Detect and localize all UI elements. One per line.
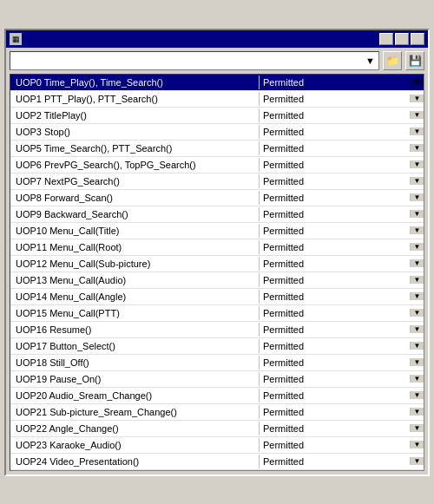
uop-value-uop24: Permitted▼ <box>259 455 424 468</box>
save-button[interactable]: 💾 <box>405 51 424 70</box>
select-arrow-uop15[interactable]: ▼ <box>410 309 424 317</box>
select-arrow-uop12[interactable]: ▼ <box>410 259 424 267</box>
table-row[interactable]: UOP13 Menu_Call(Audio)Permitted▼ <box>10 272 424 289</box>
folder-button[interactable]: 📁 <box>383 51 402 70</box>
table-row[interactable]: UOP5 Time_Search(), PTT_Search()Permitte… <box>10 141 424 157</box>
select-wrapper-uop16: Permitted▼ <box>260 323 424 337</box>
table-row[interactable]: UOP17 Button_Select()Permitted▼ <box>10 338 424 355</box>
maximize-button[interactable] <box>395 33 409 45</box>
uop-value-uop9: Permitted▼ <box>259 207 424 221</box>
table-row[interactable]: UOP12 Menu_Call(Sub-picture)Permitted▼ <box>10 256 424 272</box>
select-arrow-uop22[interactable]: ▼ <box>410 424 424 432</box>
table-row[interactable]: UOP3 Stop()Permitted▼ <box>10 124 424 141</box>
select-arrow-uop7[interactable]: ▼ <box>410 177 424 185</box>
select-arrow-uop1[interactable]: ▼ <box>410 95 424 102</box>
select-wrapper-uop24: Permitted▼ <box>260 455 424 468</box>
select-text-uop10: Permitted <box>260 224 410 238</box>
table-row[interactable]: UOP9 Backward_Search()Permitted▼ <box>10 206 424 223</box>
main-dropdown[interactable]: ▼ <box>10 51 379 70</box>
select-arrow-uop11[interactable]: ▼ <box>410 243 424 251</box>
uop-value-uop10: Permitted▼ <box>259 224 424 238</box>
select-arrow-uop13[interactable]: ▼ <box>410 276 424 284</box>
select-text-uop24: Permitted <box>260 455 410 468</box>
minimize-button[interactable] <box>379 33 393 45</box>
table-row[interactable]: UOP2 TitlePlay()Permitted▼ <box>10 108 424 124</box>
select-wrapper-uop1: Permitted▼ <box>260 92 424 106</box>
select-arrow-uop9[interactable]: ▼ <box>410 210 424 218</box>
select-text-uop11: Permitted <box>260 240 410 254</box>
table-row[interactable]: UOP19 Pause_On()Permitted▼ <box>10 371 424 388</box>
select-arrow-uop2[interactable]: ▼ <box>410 111 424 119</box>
select-arrow-uop8[interactable]: ▼ <box>410 193 424 201</box>
select-text-uop2: Permitted <box>260 108 410 122</box>
select-arrow-uop20[interactable]: ▼ <box>410 391 424 399</box>
select-arrow-uop3[interactable]: ▼ <box>410 128 424 135</box>
select-arrow-uop21[interactable]: ▼ <box>410 408 424 416</box>
select-arrow-uop5[interactable]: ▼ <box>410 144 424 152</box>
select-text-uop8: Permitted <box>260 191 410 205</box>
table-row[interactable]: UOP23 Karaoke_Audio()Permitted▼ <box>10 437 424 454</box>
uop-value-uop1: Permitted▼ <box>259 92 424 106</box>
content-area: ▼ 📁 💾 UOP0 Time_Play(), Time_Search()Per… <box>6 48 428 475</box>
table-row[interactable]: UOP6 PrevPG_Search(), TopPG_Search()Perm… <box>10 157 424 173</box>
close-button[interactable] <box>411 33 424 45</box>
table-row[interactable]: UOP20 Audio_Sream_Change()Permitted▼ <box>10 388 424 404</box>
select-wrapper-uop20: Permitted▼ <box>260 389 424 403</box>
table-row[interactable]: UOP14 Menu_Call(Angle)Permitted▼ <box>10 289 424 305</box>
select-text-uop16: Permitted <box>260 323 410 337</box>
uop-value-uop23: Permitted▼ <box>259 438 424 452</box>
uop-name-uop9: UOP9 Backward_Search() <box>10 207 259 221</box>
table-row[interactable]: UOP0 Time_Play(), Time_Search()Permitted… <box>10 75 424 91</box>
select-arrow-uop17[interactable]: ▼ <box>410 342 424 350</box>
select-wrapper-uop10: Permitted▼ <box>260 224 424 238</box>
table-row[interactable]: UOP8 Forward_Scan()Permitted▼ <box>10 190 424 206</box>
table-row[interactable]: UOP24 Video_Presentation()Permitted▼ <box>10 454 424 470</box>
select-text-uop7: Permitted <box>260 174 410 188</box>
select-text-uop13: Permitted <box>260 273 410 287</box>
title-bar-left: ▦ <box>10 33 25 45</box>
uop-value-uop22: Permitted▼ <box>259 422 424 435</box>
table-row[interactable]: UOP10 Menu_Call(Title)Permitted▼ <box>10 223 424 239</box>
table-row[interactable]: UOP18 Still_Off()Permitted▼ <box>10 355 424 371</box>
select-wrapper-uop12: Permitted▼ <box>260 257 424 271</box>
table-row[interactable]: UOP7 NextPG_Search()Permitted▼ <box>10 173 424 190</box>
select-arrow-uop16[interactable]: ▼ <box>410 325 424 333</box>
select-arrow-uop19[interactable]: ▼ <box>410 375 424 383</box>
table-row[interactable]: UOP11 Menu_Call(Root)Permitted▼ <box>10 239 424 256</box>
main-window: ▦ ▼ 📁 💾 UOP0 Time_Play(), Time_Search()P… <box>4 29 430 476</box>
select-arrow-uop10[interactable]: ▼ <box>410 226 424 234</box>
table-row[interactable]: UOP22 Angle_Change()Permitted▼ <box>10 421 424 437</box>
select-arrow-uop14[interactable]: ▼ <box>410 292 424 300</box>
uop-name-uop10: UOP10 Menu_Call(Title) <box>10 224 259 238</box>
select-text-uop3: Permitted <box>260 125 410 139</box>
select-arrow-uop23[interactable]: ▼ <box>410 441 424 448</box>
uop-value-uop6: Permitted▼ <box>259 158 424 172</box>
table-row[interactable]: UOP15 Menu_Call(PTT)Permitted▼ <box>10 305 424 322</box>
select-arrow-uop18[interactable]: ▼ <box>410 358 424 366</box>
uop-name-uop11: UOP11 Menu_Call(Root) <box>10 240 259 254</box>
select-wrapper-uop8: Permitted▼ <box>260 191 424 205</box>
uop-name-uop23: UOP23 Karaoke_Audio() <box>10 438 259 452</box>
uop-value-uop7: Permitted▼ <box>259 174 424 188</box>
select-text-uop17: Permitted <box>260 339 410 353</box>
uop-name-uop6: UOP6 PrevPG_Search(), TopPG_Search() <box>10 158 259 172</box>
uop-name-uop12: UOP12 Menu_Call(Sub-picture) <box>10 257 259 271</box>
select-wrapper-uop21: Permitted▼ <box>260 405 424 419</box>
select-text-uop18: Permitted <box>260 356 410 370</box>
select-arrow-uop24[interactable]: ▼ <box>410 457 424 465</box>
uop-name-uop2: UOP2 TitlePlay() <box>10 108 259 122</box>
uop-name-uop17: UOP17 Button_Select() <box>10 339 259 353</box>
uop-value-uop18: Permitted▼ <box>259 356 424 370</box>
select-arrow-uop0[interactable]: ▼ <box>410 78 424 86</box>
select-text-uop1: Permitted <box>260 92 410 106</box>
select-wrapper-uop19: Permitted▼ <box>260 372 424 386</box>
table-row[interactable]: UOP16 Resume()Permitted▼ <box>10 322 424 338</box>
window-icon: ▦ <box>10 33 22 45</box>
uop-name-uop16: UOP16 Resume() <box>10 323 259 337</box>
select-arrow-uop6[interactable]: ▼ <box>410 160 424 168</box>
uop-name-uop5: UOP5 Time_Search(), PTT_Search() <box>10 141 259 155</box>
title-buttons <box>379 33 424 45</box>
table-row[interactable]: UOP1 PTT_Play(), PTT_Search()Permitted▼ <box>10 91 424 108</box>
table-row[interactable]: UOP21 Sub-picture_Sream_Change()Permitte… <box>10 404 424 421</box>
uop-value-uop14: Permitted▼ <box>259 290 424 304</box>
